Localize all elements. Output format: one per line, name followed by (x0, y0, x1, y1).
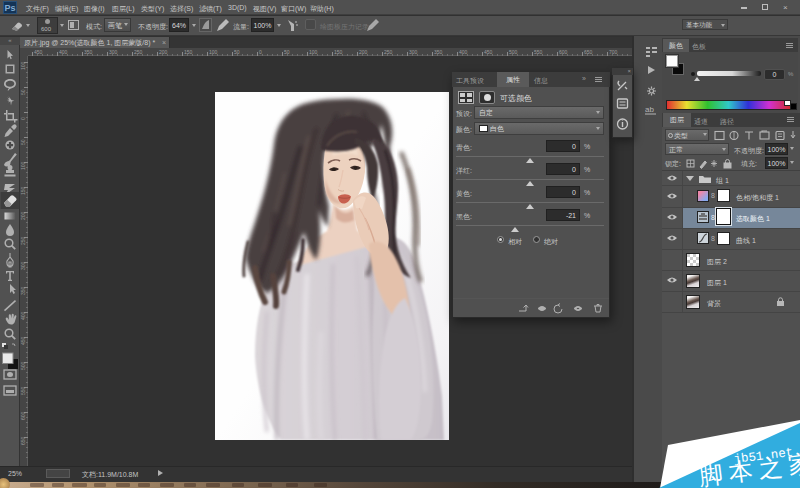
svg-text:ab: ab (645, 105, 654, 114)
